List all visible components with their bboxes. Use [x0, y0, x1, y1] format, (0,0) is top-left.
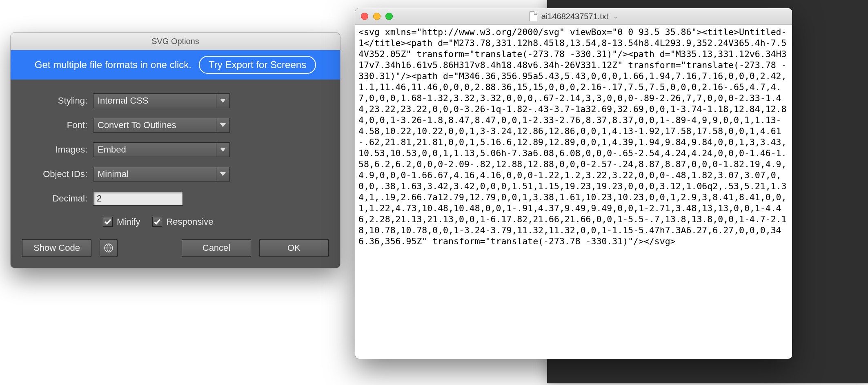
svg-options-dialog: SVG Options Get multiple file formats in…	[11, 33, 340, 268]
ok-button[interactable]: OK	[259, 239, 329, 257]
close-icon[interactable]	[361, 13, 368, 20]
minify-label: Minify	[117, 217, 140, 227]
styling-label: Styling:	[22, 95, 93, 106]
try-export-for-screens-button[interactable]: Try Export for Screens	[199, 56, 316, 74]
preview-in-browser-button[interactable]	[100, 239, 118, 257]
promo-text: Get multiple file formats in one click.	[35, 59, 191, 71]
styling-dropdown[interactable]: Internal CSS	[93, 93, 230, 108]
font-value: Convert To Outlines	[98, 120, 176, 131]
font-label: Font:	[22, 120, 93, 131]
globe-icon	[104, 243, 114, 253]
responsive-label: Responsive	[166, 217, 213, 227]
chevron-down-icon[interactable]: ⌄	[613, 13, 618, 20]
cancel-button[interactable]: Cancel	[182, 239, 251, 257]
window-controls	[361, 8, 393, 24]
dialog-titlebar[interactable]: SVG Options	[11, 33, 340, 50]
decimal-label: Decimal:	[22, 193, 93, 204]
dialog-title: SVG Options	[151, 37, 199, 46]
images-label: Images:	[22, 144, 93, 155]
chevron-down-icon	[216, 94, 229, 108]
images-dropdown[interactable]: Embed	[93, 142, 230, 157]
decimal-input[interactable]	[93, 192, 183, 206]
chevron-down-icon	[216, 118, 229, 132]
minimize-icon[interactable]	[373, 13, 381, 20]
chevron-down-icon	[216, 143, 229, 157]
text-editor-window: ai14682437571.txt ⌄ <svg xmlns="http://w…	[355, 8, 792, 359]
dialog-body: Styling: Internal CSS Font: Convert To O…	[11, 80, 340, 268]
text-editor-content[interactable]: <svg xmlns="http://www.w3.org/2000/svg" …	[355, 25, 792, 359]
checkbox-icon	[152, 217, 162, 227]
promo-bar: Get multiple file formats in one click. …	[11, 50, 340, 80]
document-icon	[529, 11, 537, 21]
object-ids-value: Minimal	[98, 169, 129, 179]
text-editor-titlebar[interactable]: ai14682437571.txt ⌄	[355, 8, 792, 25]
checkbox-icon	[103, 217, 113, 227]
font-dropdown[interactable]: Convert To Outlines	[93, 118, 230, 133]
filename: ai14682437571.txt	[541, 12, 609, 21]
zoom-icon[interactable]	[385, 13, 393, 20]
responsive-checkbox[interactable]: Responsive	[152, 217, 213, 227]
object-ids-label: Object IDs:	[22, 169, 93, 179]
object-ids-dropdown[interactable]: Minimal	[93, 167, 230, 181]
show-code-button[interactable]: Show Code	[22, 239, 91, 257]
styling-value: Internal CSS	[98, 95, 149, 106]
minify-checkbox[interactable]: Minify	[103, 217, 140, 227]
chevron-down-icon	[216, 167, 229, 181]
text-editor-title: ai14682437571.txt ⌄	[529, 11, 619, 21]
images-value: Embed	[98, 144, 126, 155]
